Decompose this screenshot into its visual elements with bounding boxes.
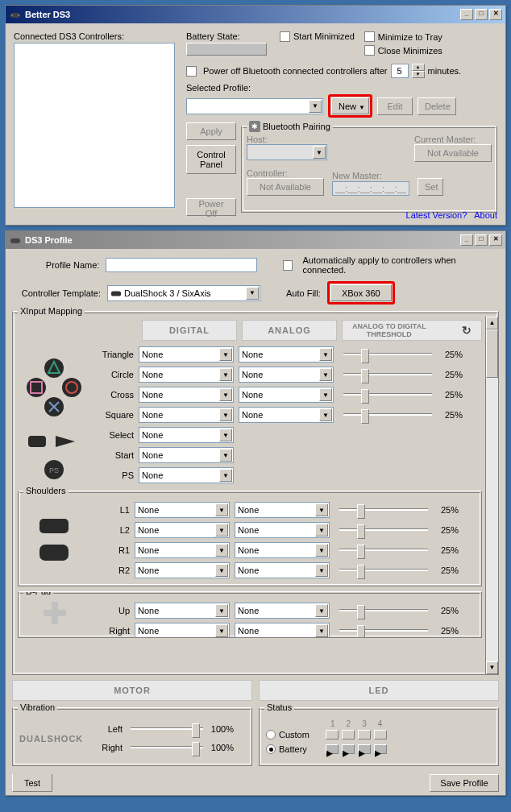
l2-digital[interactable]: None▼ [135, 522, 230, 538]
latest-version-link[interactable]: Latest Version? [406, 210, 467, 220]
close-button[interactable]: ✕ [489, 9, 502, 20]
titlebar[interactable]: Better DS3 _ □ ✕ [6, 6, 505, 23]
vib-right-slider[interactable] [131, 742, 203, 753]
controller-label: Controller: [247, 168, 324, 178]
r2-analog[interactable]: None▼ [235, 562, 330, 578]
titlebar[interactable]: DS3 Profile _ □ ✕ [6, 231, 505, 249]
close-button[interactable]: ✕ [489, 234, 502, 246]
dpad-right-digital[interactable]: None▼ [135, 623, 230, 638]
dpad-right-analog[interactable]: None▼ [235, 623, 330, 638]
test-button[interactable]: Test [12, 774, 52, 792]
led4-toggle[interactable] [374, 730, 387, 740]
power-off-button[interactable]: Power Off [186, 198, 236, 216]
minimize-button[interactable]: _ [460, 234, 473, 246]
up-slider[interactable] [339, 605, 428, 616]
profile-dropdown[interactable]: ▼ [186, 98, 323, 114]
current-master-button[interactable]: Not Available [414, 144, 492, 162]
edit-button[interactable]: Edit [377, 97, 413, 115]
led-play3[interactable]: ▸ [358, 744, 371, 754]
triangle-digital[interactable]: None▼ [139, 346, 234, 362]
l1-digital[interactable]: None▼ [135, 502, 230, 518]
circle-analog[interactable]: None▼ [239, 367, 334, 383]
r1-digital[interactable]: None▼ [135, 542, 230, 558]
vib-left-slider[interactable] [131, 723, 203, 735]
app-icon [9, 8, 22, 21]
up-digital[interactable]: None▼ [135, 603, 230, 619]
bluetooth-icon: ✱ [249, 121, 260, 132]
r1-analog[interactable]: None▼ [235, 542, 330, 558]
motor-tab[interactable]: MOTOR [12, 680, 252, 701]
maximize-button[interactable]: □ [475, 234, 488, 246]
up-analog[interactable]: None▼ [235, 603, 330, 619]
start-minimized-checkbox[interactable] [280, 31, 290, 42]
cross-analog[interactable]: None▼ [239, 387, 334, 403]
select-digital[interactable]: None▼ [139, 427, 234, 443]
square-slider[interactable] [343, 409, 432, 420]
apply-button[interactable]: Apply [186, 122, 236, 140]
new-master-input[interactable] [332, 181, 409, 196]
ps-digital[interactable]: None▼ [139, 467, 234, 483]
circle-slider[interactable] [343, 369, 432, 380]
auto-apply-checkbox[interactable] [283, 260, 293, 271]
template-dropdown[interactable]: DualShock 3 / SixAxis ▼ [107, 285, 260, 301]
close-minimizes-checkbox[interactable] [364, 45, 375, 56]
controller-button[interactable]: Not Available [247, 178, 324, 196]
minimize-button[interactable]: _ [460, 9, 473, 20]
square-digital[interactable]: None▼ [139, 407, 234, 423]
minutes-spinner[interactable]: ▲▼ [412, 64, 425, 78]
svg-rect-19 [39, 545, 69, 561]
l2-analog[interactable]: None▼ [235, 522, 330, 538]
new-button[interactable]: New ▼ [331, 97, 369, 114]
cross-slider[interactable] [343, 389, 432, 400]
scroll-down-icon[interactable]: ▼ [486, 661, 498, 674]
scroll-up-icon[interactable]: ▲ [486, 317, 498, 329]
start-digital[interactable]: None▼ [139, 447, 234, 463]
save-profile-button[interactable]: Save Profile [430, 774, 499, 792]
l1-slider[interactable] [339, 504, 428, 516]
l1-analog[interactable]: None▼ [235, 502, 330, 518]
triangle-slider[interactable] [343, 349, 432, 360]
led3-toggle[interactable] [358, 730, 371, 740]
led2-toggle[interactable] [342, 730, 355, 740]
r2-label: R2 [86, 566, 135, 575]
delete-button[interactable]: Delete [418, 97, 456, 115]
set-button[interactable]: Set [418, 178, 443, 196]
digital-tab[interactable]: DIGITAL [142, 320, 237, 341]
chevron-down-icon: ▼ [246, 287, 259, 300]
led-play2[interactable]: ▸ [342, 744, 355, 754]
led-play1[interactable]: ▸ [326, 744, 339, 754]
chevron-down-icon: ▼ [313, 146, 326, 159]
start-minimized-label: Start Minimized [293, 31, 355, 41]
led-play4[interactable]: ▸ [374, 744, 387, 754]
profile-name-input[interactable] [106, 258, 256, 272]
controllers-listbox[interactable] [14, 43, 175, 208]
r1-label: R1 [86, 545, 135, 555]
led-tab[interactable]: LED [259, 680, 499, 701]
triangle-analog[interactable]: None▼ [239, 346, 334, 362]
about-link[interactable]: About [474, 210, 497, 220]
dpad-right-slider[interactable] [339, 625, 428, 636]
l2-slider[interactable] [339, 524, 428, 536]
vib-right-label: Right [93, 743, 127, 752]
custom-radio[interactable] [266, 730, 276, 740]
square-analog[interactable]: None▼ [239, 407, 334, 423]
r2-digital[interactable]: None▼ [135, 562, 230, 578]
r1-slider[interactable] [339, 545, 428, 556]
led1-toggle[interactable] [326, 730, 339, 740]
r2-slider[interactable] [339, 565, 428, 576]
circle-digital[interactable]: None▼ [139, 367, 234, 383]
battery-radio[interactable] [266, 744, 276, 754]
scroll-thumb[interactable] [486, 329, 498, 378]
maximize-button[interactable]: □ [475, 9, 488, 20]
poweroff-minutes-input[interactable] [391, 64, 409, 78]
mapping-scrollbar[interactable]: ▲ ▼ [485, 317, 498, 674]
poweroff-bt-checkbox[interactable] [186, 66, 197, 77]
analog-tab[interactable]: ANALOG [242, 320, 337, 341]
svg-rect-21 [44, 610, 66, 616]
cross-digital[interactable]: None▼ [139, 387, 234, 403]
refresh-icon[interactable]: ↻ [462, 326, 472, 334]
minimize-tray-checkbox[interactable] [364, 31, 375, 42]
host-dropdown[interactable]: ▼ [247, 144, 327, 160]
xbox360-button[interactable]: XBox 360 [330, 284, 392, 301]
control-panel-button[interactable]: Control Panel [186, 145, 236, 174]
